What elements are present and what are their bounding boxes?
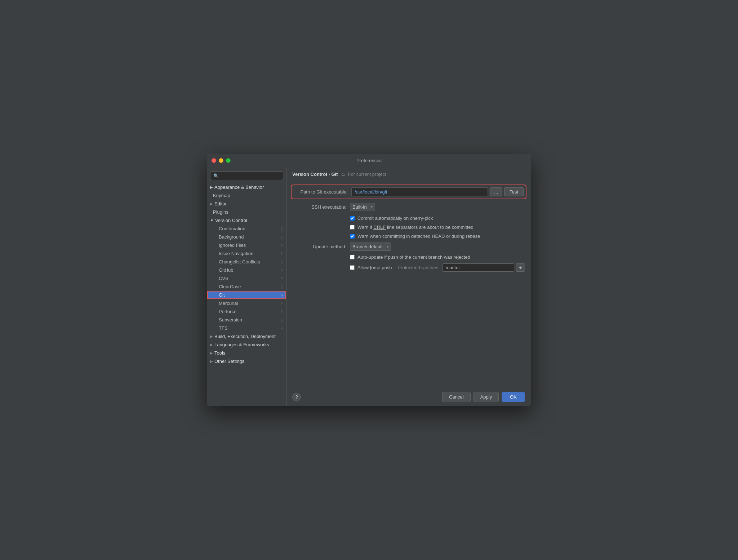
search-input[interactable] [210,172,283,180]
auto-update-label[interactable]: Auto-update if push of the current branc… [357,254,470,260]
copy-icon: ⎘ [281,276,283,281]
sidebar-item-perforce[interactable]: Perforce ⎘ [207,307,286,316]
cherry-pick-checkbox[interactable] [350,216,355,221]
force-push-label[interactable]: Allow force push [357,265,392,270]
main-content: ▶ Appearance & Behavior Keymap ▶ Editor … [207,167,531,406]
copy-icon: ⎘ [281,252,283,256]
sidebar-item-cvs[interactable]: CVS ⎘ [207,274,286,283]
close-button[interactable] [212,158,216,163]
sidebar-item-label: Editor [214,201,227,206]
sidebar-item-label: Issue Navigation [219,251,253,256]
git-path-input[interactable] [351,187,488,196]
copy-icon: ⎘ [281,326,283,330]
sidebar-item-tfs[interactable]: TFS ⎘ [207,324,286,332]
copy-icon: ⎘ [281,227,283,231]
panel-header: Version Control › Git 🗂 For current proj… [286,167,531,180]
auto-update-row: Auto-update if push of the current branc… [292,254,525,260]
sidebar-item-ignored-files[interactable]: Ignored Files ⎘ [207,241,286,249]
apply-button[interactable]: Apply [474,392,499,402]
bottom-bar: ? Cancel Apply OK [286,388,531,406]
sidebar-item-languages-frameworks[interactable]: ▶ Languages & Frameworks [207,341,286,349]
sidebar-item-label: Ignored Files [219,243,246,248]
arrow-icon: ▶ [210,351,213,355]
sidebar-item-label: Plugins [213,209,228,215]
detached-head-row: Warn when committing in detached HEAD or… [292,234,525,239]
copy-icon: ⎘ [281,235,283,239]
copy-icon: ⎘ [281,310,283,314]
help-button[interactable]: ? [292,393,301,401]
auto-update-checkbox[interactable] [350,255,355,259]
crlf-checkbox[interactable] [350,225,355,230]
arrow-icon: ▶ [210,334,213,338]
sidebar-item-other-settings[interactable]: ▶ Other Settings [207,357,286,365]
sidebar-item-appearance-behavior[interactable]: ▶ Appearance & Behavior [207,183,286,191]
sidebar-item-changelist-conflicts[interactable]: Changelist Conflicts ⎘ [207,258,286,266]
arrow-icon: ▼ [210,218,214,222]
force-push-checkbox[interactable] [350,265,355,270]
cancel-button[interactable]: Cancel [442,392,470,402]
sidebar-item-label: CVS [219,276,228,281]
sidebar-item-github[interactable]: GitHub ⎘ [207,266,286,274]
cherry-pick-row: Commit automatically on cherry-pick [292,215,525,221]
window-title: Preferences [356,158,382,163]
titlebar: Preferences [207,154,531,167]
sidebar-item-label: Subversion [219,317,242,323]
crlf-label[interactable]: Warn if CRLF line separators are about t… [357,225,474,230]
sidebar-item-label: Other Settings [214,359,244,364]
sidebar-item-editor[interactable]: ▶ Editor [207,200,286,208]
detached-head-checkbox[interactable] [350,234,355,239]
force-push-row: Allow force push Protected branches: + [292,263,525,272]
browse-button[interactable]: ... [490,187,502,196]
copy-icon: ⎘ [281,301,283,306]
sidebar-item-mercurial[interactable]: Mercurial ⎘ [207,299,286,307]
arrow-icon: ▶ [210,359,213,363]
minimize-button[interactable] [219,158,223,163]
sidebar-item-label: Changelist Conflicts [219,259,260,265]
test-button[interactable]: Test [504,187,524,196]
ssh-select[interactable]: Built-in Native [350,203,375,211]
update-method-select[interactable]: Branch default Merge Rebase [350,243,391,251]
detached-head-label[interactable]: Warn when committing in detached HEAD or… [357,234,480,239]
sidebar-item-label: Keymap [213,193,230,198]
sidebar-item-background[interactable]: Background ⎘ [207,233,286,241]
sidebar-item-label: TFS [219,325,228,331]
sidebar-item-label: Languages & Frameworks [214,342,269,347]
sidebar-item-plugins[interactable]: Plugins [207,208,286,216]
copy-icon: ⎘ [281,243,283,248]
arrow-icon: ▶ [210,202,213,206]
sidebar-item-issue-navigation[interactable]: Issue Navigation ⎘ [207,249,286,258]
ssh-select-wrapper: Built-in Native [350,203,375,211]
sidebar-item-clearcase[interactable]: ClearCase ⎘ [207,283,286,291]
sidebar-item-tools[interactable]: ▶ Tools [207,349,286,357]
sidebar: ▶ Appearance & Behavior Keymap ▶ Editor … [207,167,286,406]
project-icon: 🗂 [341,172,345,177]
sidebar-item-label: Perforce [219,309,236,314]
cherry-pick-label[interactable]: Commit automatically on cherry-pick [357,215,433,221]
sidebar-item-confirmation[interactable]: Confirmation ⎘ [207,225,286,233]
update-method-select-wrapper: Branch default Merge Rebase [350,243,391,251]
sidebar-item-label: GitHub [219,267,233,273]
git-path-row: Path to Git executable: ... Test [292,186,525,198]
ok-button[interactable]: OK [502,392,525,402]
update-method-row: Update method: Branch default Merge Reba… [292,243,525,251]
sidebar-item-subversion[interactable]: Subversion ⎘ [207,316,286,324]
sidebar-item-keymap[interactable]: Keymap [207,191,286,200]
sidebar-item-git[interactable]: Git ⎘ [207,291,286,299]
copy-icon: ⎘ [281,285,283,289]
maximize-button[interactable] [226,158,231,163]
sidebar-item-label: Version Control [215,218,247,223]
sidebar-item-label: ClearCase [219,284,241,289]
ssh-label: SSH executable: [292,204,346,210]
add-protected-branch-button[interactable]: + [516,263,525,272]
protected-branches-label: Protected branches: [397,265,439,270]
sidebar-item-build-execution[interactable]: ▶ Build, Execution, Deployment [207,332,286,341]
force-underline: f [370,265,372,270]
breadcrumb-project: For current project [348,172,386,177]
crlf-row: Warn if CRLF line separators are about t… [292,225,525,230]
action-buttons: Cancel Apply OK [442,392,525,402]
copy-icon: ⎘ [281,268,283,272]
protected-branches-input[interactable] [443,263,515,272]
copy-icon: ⎘ [281,260,283,264]
crlf-underline: CRLF [373,225,386,230]
sidebar-item-version-control[interactable]: ▼ Version Control [207,216,286,225]
